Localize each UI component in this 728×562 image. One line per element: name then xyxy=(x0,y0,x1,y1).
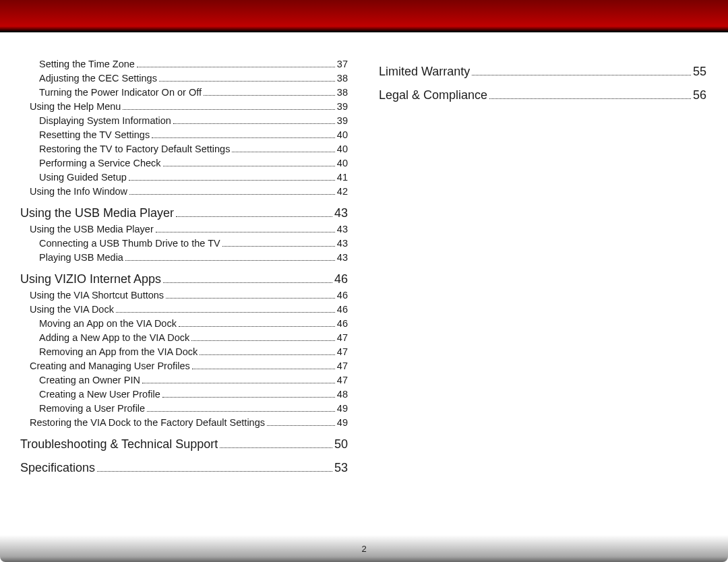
toc-entry-page: 53 xyxy=(334,461,348,475)
toc-leader-dots xyxy=(142,375,335,383)
toc-entry-page: 41 xyxy=(337,172,348,183)
toc-entry-title: Using Guided Setup xyxy=(39,172,127,183)
toc-entry[interactable]: Moving an App on the VIA Dock46 xyxy=(20,318,348,329)
toc-entry[interactable]: Using the VIA Shortcut Buttons46 xyxy=(20,290,348,301)
toc-leader-dots xyxy=(137,59,335,67)
toc-entry-title: Adding a New App to the VIA Dock xyxy=(39,332,189,343)
toc-entry-page: 43 xyxy=(337,238,348,249)
toc-column-left: Setting the Time Zone37Adjusting the CEC… xyxy=(20,55,348,476)
toc-leader-dots xyxy=(162,389,335,398)
toc-entry-page: 48 xyxy=(337,389,348,400)
toc-entry-title: Troubleshooting & Technical Support xyxy=(20,437,218,451)
page-body: Setting the Time Zone37Adjusting the CEC… xyxy=(0,32,728,562)
toc-entry-page: 46 xyxy=(337,304,348,315)
toc-entry-page: 47 xyxy=(337,375,348,385)
toc-entry-page: 47 xyxy=(337,346,348,357)
toc-entry-title: Resetting the TV Settings xyxy=(39,129,150,140)
toc-leader-dots xyxy=(156,224,335,232)
toc-entry-page: 40 xyxy=(337,129,348,140)
toc-entry[interactable]: Restoring the VIA Dock to the Factory De… xyxy=(20,417,348,428)
toc-entry[interactable]: Using the USB Media Player43 xyxy=(20,224,348,235)
toc-entry-page: 40 xyxy=(337,144,348,154)
toc-entry-page: 46 xyxy=(337,318,348,329)
toc-leader-dots xyxy=(267,418,335,426)
toc-entry-page: 47 xyxy=(337,361,348,371)
toc-entry[interactable]: Creating a New User Profile48 xyxy=(20,389,348,400)
toc-entry-page: 39 xyxy=(337,101,348,112)
toc-entry[interactable]: Using the Info Window42 xyxy=(20,186,348,197)
toc-entry[interactable]: Using the USB Media Player43 xyxy=(20,206,348,220)
page-number: 2 xyxy=(0,544,728,554)
toc-leader-dots xyxy=(159,73,335,82)
toc-entry[interactable]: Playing USB Media43 xyxy=(20,252,348,263)
toc-entry-page: 43 xyxy=(337,252,348,263)
toc-column-right: Limited Warranty55Legal & Compliance56 xyxy=(379,55,706,476)
toc-entry-title: Removing an App from the VIA Dock xyxy=(39,346,198,357)
toc-entry-title: Using the USB Media Player xyxy=(30,224,154,235)
toc-leader-dots xyxy=(163,158,335,166)
toc-entry-title: Creating an Owner PIN xyxy=(39,375,140,385)
toc-entry-title: Setting the Time Zone xyxy=(39,59,135,69)
toc-entry[interactable]: Specifications53 xyxy=(20,461,348,475)
toc-entry-page: 39 xyxy=(337,115,348,126)
toc-leader-dots xyxy=(489,89,691,99)
toc-entry[interactable]: Creating an Owner PIN47 xyxy=(20,375,348,385)
toc-entry-title: Creating and Managing User Profiles xyxy=(30,361,190,371)
toc-entry-page: 38 xyxy=(337,87,348,98)
toc-entry-title: Playing USB Media xyxy=(39,252,123,263)
toc-entry[interactable]: Removing a User Profile49 xyxy=(20,403,348,414)
toc-entry-title: Turning the Power Indicator On or Off xyxy=(39,87,202,98)
toc-leader-dots xyxy=(204,88,335,96)
toc-entry-title: Removing a User Profile xyxy=(39,403,145,414)
toc-columns: Setting the Time Zone37Adjusting the CEC… xyxy=(20,55,708,476)
toc-entry-page: 55 xyxy=(693,65,706,79)
toc-entry-title: Using the Help Menu xyxy=(30,101,121,112)
toc-entry[interactable]: Performing a Service Check40 xyxy=(20,158,348,168)
toc-entry[interactable]: Limited Warranty55 xyxy=(379,65,706,79)
toc-entry-page: 43 xyxy=(337,224,348,235)
toc-leader-dots xyxy=(129,173,335,181)
toc-entry[interactable]: Connecting a USB Thumb Drive to the TV43 xyxy=(20,238,348,249)
toc-entry-title: Using VIZIO Internet Apps xyxy=(20,272,161,286)
toc-entry[interactable]: Turning the Power Indicator On or Off38 xyxy=(20,87,348,98)
toc-entry[interactable]: Displaying System Information39 xyxy=(20,115,348,126)
toc-entry-page: 46 xyxy=(334,272,348,286)
toc-leader-dots xyxy=(97,462,332,472)
toc-entry-title: Legal & Compliance xyxy=(379,88,487,102)
toc-leader-dots xyxy=(232,144,334,152)
toc-entry[interactable]: Using the VIA Dock46 xyxy=(20,304,348,315)
toc-leader-dots xyxy=(173,116,335,124)
toc-entry[interactable]: Resetting the TV Settings40 xyxy=(20,129,348,140)
toc-leader-dots xyxy=(179,319,335,327)
toc-leader-dots xyxy=(200,347,335,355)
toc-entry-page: 42 xyxy=(337,186,348,197)
toc-entry[interactable]: Creating and Managing User Profiles47 xyxy=(20,361,348,371)
toc-entry[interactable]: Using VIZIO Internet Apps46 xyxy=(20,272,348,286)
toc-entry[interactable]: Setting the Time Zone37 xyxy=(20,59,348,69)
toc-leader-dots xyxy=(220,438,332,448)
toc-entry[interactable]: Restoring the TV to Factory Default Sett… xyxy=(20,144,348,154)
toc-entry[interactable]: Troubleshooting & Technical Support50 xyxy=(20,437,348,451)
header-bar xyxy=(0,0,728,32)
toc-entry-page: 46 xyxy=(337,290,348,301)
toc-entry[interactable]: Adding a New App to the VIA Dock47 xyxy=(20,332,348,343)
toc-leader-dots xyxy=(125,253,335,261)
toc-entry-title: Using the Info Window xyxy=(30,186,127,197)
toc-entry-page: 47 xyxy=(337,332,348,343)
toc-entry[interactable]: Removing an App from the VIA Dock47 xyxy=(20,346,348,357)
toc-leader-dots xyxy=(152,130,335,138)
toc-entry[interactable]: Adjusting the CEC Settings38 xyxy=(20,73,348,84)
toc-entry-title: Restoring the TV to Factory Default Sett… xyxy=(39,144,230,154)
toc-entry-title: Creating a New User Profile xyxy=(39,389,160,400)
toc-leader-dots xyxy=(472,65,691,75)
toc-entry-page: 37 xyxy=(337,59,348,69)
toc-entry-title: Using the VIA Dock xyxy=(30,304,114,315)
toc-entry-page: 43 xyxy=(334,206,348,220)
toc-entry-title: Using the VIA Shortcut Buttons xyxy=(30,290,164,301)
toc-entry[interactable]: Legal & Compliance56 xyxy=(379,88,706,102)
toc-entry[interactable]: Using Guided Setup41 xyxy=(20,172,348,183)
toc-leader-dots xyxy=(129,187,335,195)
toc-entry[interactable]: Using the Help Menu39 xyxy=(20,101,348,112)
toc-entry-title: Moving an App on the VIA Dock xyxy=(39,318,177,329)
toc-leader-dots xyxy=(192,361,335,369)
